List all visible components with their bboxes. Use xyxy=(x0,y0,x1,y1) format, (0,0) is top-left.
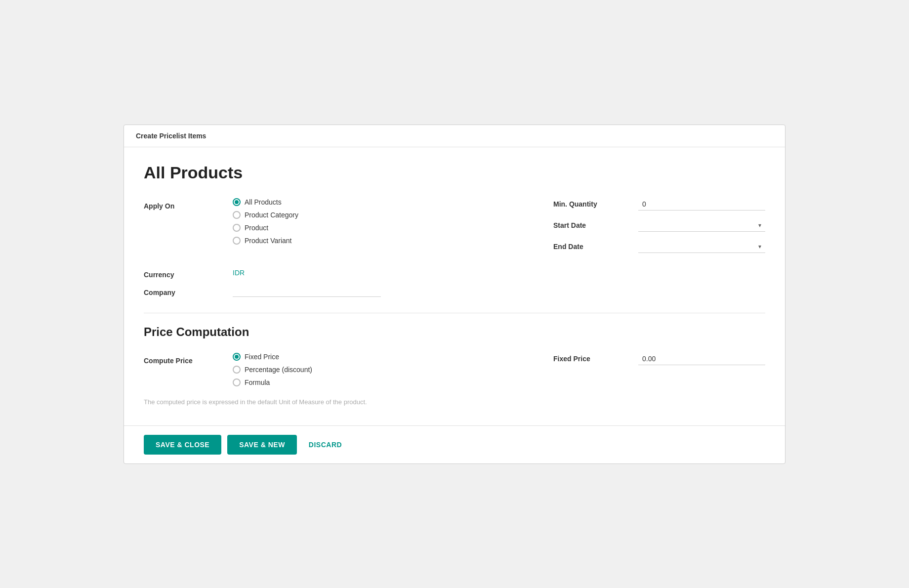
currency-value: IDR xyxy=(233,268,765,277)
start-date-row: Start Date xyxy=(553,219,765,232)
radio-circle-product xyxy=(233,224,241,232)
price-computation-section: Compute Price Fixed Price Percentage (di… xyxy=(144,353,765,386)
page-title: All Products xyxy=(144,163,765,182)
compute-price-label: Compute Price xyxy=(144,353,233,365)
radio-circle-product-category xyxy=(233,211,241,219)
radio-label-percentage: Percentage (discount) xyxy=(245,366,312,374)
radio-product-variant[interactable]: Product Variant xyxy=(233,237,445,245)
currency-row: Currency IDR xyxy=(144,267,765,279)
dialog-footer: SAVE & CLOSE SAVE & NEW DISCARD xyxy=(124,425,785,463)
apply-on-section: Apply On All Products Product Category P… xyxy=(144,198,765,253)
currency-label: Currency xyxy=(144,267,233,279)
company-label: Company xyxy=(144,285,233,296)
radio-percentage[interactable]: Percentage (discount) xyxy=(233,366,445,374)
end-date-select[interactable] xyxy=(638,241,765,253)
create-pricelist-dialog: Create Pricelist Items All Products Appl… xyxy=(124,125,785,464)
section-divider xyxy=(144,313,765,313)
save-close-button[interactable]: SAVE & CLOSE xyxy=(144,435,221,455)
fixed-price-label: Fixed Price xyxy=(553,355,632,363)
apply-on-label: Apply On xyxy=(144,198,233,210)
radio-circle-fixed-price xyxy=(233,353,241,361)
radio-circle-product-variant xyxy=(233,237,241,245)
fixed-price-row: Fixed Price xyxy=(553,353,765,365)
end-date-wrapper xyxy=(638,241,765,253)
dialog-header-title: Create Pricelist Items xyxy=(136,132,206,140)
discard-button[interactable]: DISCARD xyxy=(303,435,348,455)
radio-product-category[interactable]: Product Category xyxy=(233,211,445,219)
radio-circle-all-products xyxy=(233,198,241,206)
radio-label-formula: Formula xyxy=(245,378,270,386)
currency-company-section: Currency IDR Company xyxy=(144,267,765,297)
price-computation-title: Price Computation xyxy=(144,325,765,339)
computation-note: The computed price is expressed in the d… xyxy=(144,398,765,406)
right-fields: Min. Quantity Start Date End Date xyxy=(553,198,765,253)
save-new-button[interactable]: SAVE & NEW xyxy=(227,435,297,455)
radio-label-fixed-price: Fixed Price xyxy=(245,353,279,361)
radio-fixed-price[interactable]: Fixed Price xyxy=(233,353,445,361)
compute-price-radio-group: Fixed Price Percentage (discount) Formul… xyxy=(233,353,445,386)
currency-link[interactable]: IDR xyxy=(233,269,245,277)
radio-all-products[interactable]: All Products xyxy=(233,198,445,206)
start-date-select[interactable] xyxy=(638,219,765,232)
min-quantity-row: Min. Quantity xyxy=(553,198,765,210)
min-quantity-label: Min. Quantity xyxy=(553,200,632,208)
start-date-label: Start Date xyxy=(553,221,632,229)
fixed-price-right: Fixed Price xyxy=(553,353,765,365)
radio-product[interactable]: Product xyxy=(233,224,445,232)
radio-label-product: Product xyxy=(245,224,268,232)
end-date-label: End Date xyxy=(553,243,632,251)
radio-label-product-variant: Product Variant xyxy=(245,237,291,245)
end-date-row: End Date xyxy=(553,241,765,253)
fixed-price-input[interactable] xyxy=(638,353,765,365)
dialog-body: All Products Apply On All Products Produ… xyxy=(124,147,785,425)
min-quantity-input[interactable] xyxy=(638,198,765,210)
company-value xyxy=(233,285,765,297)
dialog-header: Create Pricelist Items xyxy=(124,125,785,147)
radio-circle-formula xyxy=(233,378,241,386)
start-date-wrapper xyxy=(638,219,765,232)
radio-label-product-category: Product Category xyxy=(245,211,298,219)
radio-label-all-products: All Products xyxy=(245,198,282,206)
company-row: Company xyxy=(144,285,765,297)
radio-circle-percentage xyxy=(233,366,241,374)
radio-formula[interactable]: Formula xyxy=(233,378,445,386)
company-input[interactable] xyxy=(233,285,381,297)
apply-on-radio-group: All Products Product Category Product Pr… xyxy=(233,198,445,245)
